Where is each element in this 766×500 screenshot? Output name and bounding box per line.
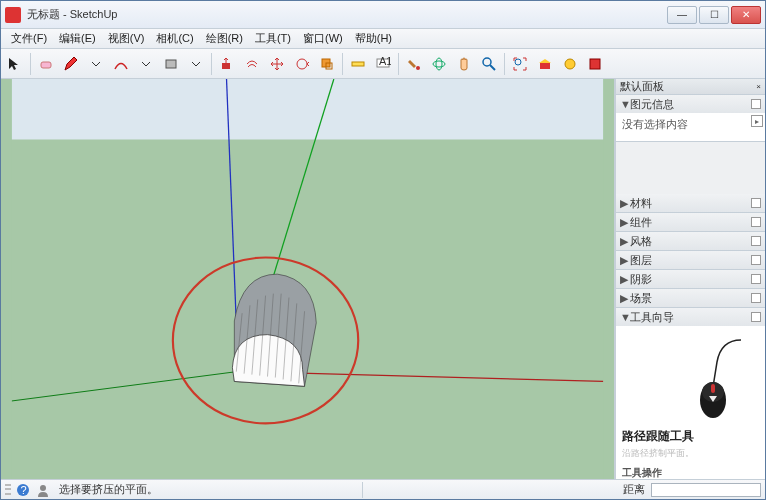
entity-info-text: 没有选择内容: [622, 118, 688, 130]
window-buttons: — ☐ ✕: [667, 6, 761, 24]
instructor-body: 路径跟随工具 沿路径挤制平面。 工具操作 找到要修改的几何图形的边线。此边线就是…: [616, 326, 765, 479]
warehouse-tool[interactable]: [533, 52, 557, 76]
panel-scenes-head[interactable]: ▶场景: [616, 289, 765, 307]
maximize-button[interactable]: ☐: [699, 6, 729, 24]
menu-tools[interactable]: 工具(T): [249, 29, 297, 48]
rect-dropdown[interactable]: [184, 52, 208, 76]
offset-tool[interactable]: [240, 52, 264, 76]
extension-tool[interactable]: [558, 52, 582, 76]
tray-title[interactable]: 默认面板 ×: [616, 79, 765, 95]
panel-label: 工具向导: [630, 310, 674, 325]
menu-edit[interactable]: 编辑(E): [53, 29, 102, 48]
panel-layers-head[interactable]: ▶图层: [616, 251, 765, 269]
collapse-icon: ▶: [620, 292, 628, 305]
zoom-tool[interactable]: [477, 52, 501, 76]
panel-components-head[interactable]: ▶组件: [616, 213, 765, 231]
viewport[interactable]: [1, 79, 615, 479]
tray-close-icon[interactable]: ×: [756, 82, 761, 91]
panel-components: ▶组件: [616, 213, 765, 232]
menu-camera[interactable]: 相机(C): [150, 29, 199, 48]
grip-icon[interactable]: [5, 483, 11, 497]
detail-toggle-icon[interactable]: ▸: [751, 115, 763, 127]
pan-tool[interactable]: [452, 52, 476, 76]
instructor-subtitle: 沿路径挤制平面。: [622, 447, 759, 460]
minimize-button[interactable]: —: [667, 6, 697, 24]
panel-close-icon[interactable]: [751, 217, 761, 227]
arc-dropdown[interactable]: [134, 52, 158, 76]
svg-point-3: [297, 59, 307, 69]
statusbar: ? 选择要挤压的平面。 距离: [1, 479, 765, 499]
paint-tool[interactable]: [402, 52, 426, 76]
app-window: 无标题 - SketchUp — ☐ ✕ 文件(F) 编辑(E) 视图(V) 相…: [0, 0, 766, 500]
window-title: 无标题 - SketchUp: [27, 7, 667, 22]
user-icon[interactable]: [35, 482, 51, 498]
close-button[interactable]: ✕: [731, 6, 761, 24]
help-icon[interactable]: ?: [15, 482, 31, 498]
layout-tool[interactable]: [583, 52, 607, 76]
svg-rect-19: [12, 79, 603, 139]
zoom-extents-tool[interactable]: [508, 52, 532, 76]
separator: [342, 53, 343, 75]
move-tool[interactable]: [265, 52, 289, 76]
panel-instructor-head[interactable]: ▼工具向导: [616, 308, 765, 326]
panel-materials-head[interactable]: ▶材料: [616, 194, 765, 212]
panel-close-icon[interactable]: [751, 312, 761, 322]
tray-title-label: 默认面板: [620, 79, 664, 94]
panel-styles-head[interactable]: ▶风格: [616, 232, 765, 250]
collapse-icon: ▶: [620, 273, 628, 286]
select-tool[interactable]: [3, 52, 27, 76]
rotate-tool[interactable]: [290, 52, 314, 76]
expand-icon: ▼: [620, 98, 628, 110]
svg-point-14: [515, 59, 521, 65]
panel-shadows-head[interactable]: ▶阴影: [616, 270, 765, 288]
separator: [30, 53, 31, 75]
panel-styles: ▶风格: [616, 232, 765, 251]
line-dropdown[interactable]: [84, 52, 108, 76]
pencil-tool[interactable]: [59, 52, 83, 76]
rect-tool[interactable]: [159, 52, 183, 76]
pushpull-tool[interactable]: [215, 52, 239, 76]
measurement-label: 距离: [623, 482, 645, 497]
svg-point-11: [436, 58, 442, 70]
tape-tool[interactable]: [346, 52, 370, 76]
tray-spacer: [616, 142, 765, 194]
status-prompt: 选择要挤压的平面。: [59, 482, 158, 497]
panel-label: 风格: [630, 234, 652, 249]
scale-tool[interactable]: [315, 52, 339, 76]
status-divider: [362, 482, 363, 498]
menu-file[interactable]: 文件(F): [5, 29, 53, 48]
measurement-input[interactable]: [651, 483, 761, 497]
menu-help[interactable]: 帮助(H): [349, 29, 398, 48]
panel-close-icon[interactable]: [751, 198, 761, 208]
text-tool[interactable]: A1: [371, 52, 395, 76]
menu-draw[interactable]: 绘图(R): [200, 29, 249, 48]
eraser-tool[interactable]: [34, 52, 58, 76]
panel-entity-info-body: 没有选择内容 ▸: [616, 113, 765, 141]
menu-window[interactable]: 窗口(W): [297, 29, 349, 48]
titlebar[interactable]: 无标题 - SketchUp — ☐ ✕: [1, 1, 765, 29]
svg-line-13: [490, 65, 495, 70]
panel-close-icon[interactable]: [751, 274, 761, 284]
svg-point-39: [40, 485, 46, 491]
instructor-image: [631, 332, 751, 422]
panel-label: 场景: [630, 291, 652, 306]
panel-label: 图层: [630, 253, 652, 268]
menu-view[interactable]: 视图(V): [102, 29, 151, 48]
panel-close-icon[interactable]: [751, 99, 761, 109]
svg-rect-17: [590, 59, 600, 69]
orbit-tool[interactable]: [427, 52, 451, 76]
svg-rect-6: [352, 62, 364, 66]
panel-close-icon[interactable]: [751, 255, 761, 265]
app-icon: [5, 7, 21, 23]
expand-icon: ▼: [620, 311, 628, 323]
panel-close-icon[interactable]: [751, 236, 761, 246]
arc-tool[interactable]: [109, 52, 133, 76]
collapse-icon: ▶: [620, 235, 628, 248]
tray: 默认面板 × ▼ 图元信息 没有选择内容 ▸: [615, 79, 765, 479]
svg-rect-1: [166, 60, 176, 68]
svg-point-16: [565, 59, 575, 69]
panel-close-icon[interactable]: [751, 293, 761, 303]
svg-point-12: [483, 58, 491, 66]
panel-entity-info-head[interactable]: ▼ 图元信息: [616, 95, 765, 113]
svg-rect-36: [711, 384, 715, 393]
